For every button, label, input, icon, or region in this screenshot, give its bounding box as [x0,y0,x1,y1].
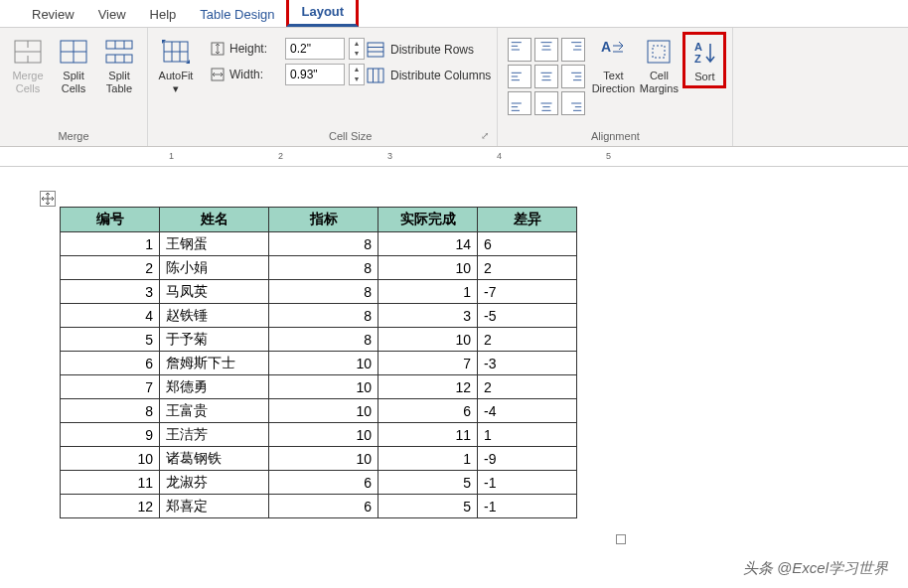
table-cell[interactable]: 8 [269,328,378,352]
table-cell[interactable]: 12 [378,375,478,399]
table-cell[interactable]: 3 [378,304,478,328]
table-cell[interactable]: 6 [378,399,478,423]
table-cell[interactable]: 10 [61,447,160,471]
table-cell[interactable]: -4 [478,399,577,423]
table-cell[interactable]: 7 [378,352,478,375]
table-header-row[interactable]: 编号 姓名 指标 实际完成 差异 [61,208,577,232]
distribute-columns-button[interactable]: Distribute Columns [367,68,491,83]
table-cell[interactable]: -7 [478,280,577,304]
data-table[interactable]: 编号 姓名 指标 实际完成 差异 1王钢蛋81462陈小娟81023马凤英81-… [60,207,577,518]
table-cell[interactable]: 9 [61,423,160,447]
merge-cells-button[interactable]: Merge Cells [6,32,50,99]
table-cell[interactable]: 诸葛钢铁 [160,447,269,471]
align-top-right[interactable] [561,38,585,62]
tab-view[interactable]: View [86,2,138,27]
table-move-handle[interactable] [40,191,56,207]
table-cell[interactable]: 1 [378,280,478,304]
tab-help[interactable]: Help [138,2,189,27]
table-cell[interactable]: -9 [478,447,577,471]
align-bottom-left[interactable] [508,91,531,115]
table-cell[interactable]: 王洁芳 [160,423,269,447]
table-cell[interactable]: 2 [61,256,160,280]
table-cell[interactable]: 11 [378,423,478,447]
table-cell[interactable]: 陈小娟 [160,256,269,280]
table-cell[interactable]: 8 [61,399,160,423]
table-cell[interactable]: 14 [378,232,478,256]
align-top-center[interactable] [534,38,558,62]
table-cell[interactable]: 10 [269,423,378,447]
table-cell[interactable]: 7 [61,375,160,399]
table-row[interactable]: 4赵铁锤83-5 [61,304,577,328]
tab-table-design[interactable]: Table Design [188,2,286,27]
table-cell[interactable]: 8 [269,256,378,280]
table-cell[interactable]: 詹姆斯下士 [160,352,269,375]
table-cell[interactable]: 王钢蛋 [160,232,269,256]
table-cell[interactable]: 5 [378,471,478,495]
table-resize-handle[interactable] [616,534,626,544]
table-cell[interactable]: 1 [378,447,478,471]
table-cell[interactable]: 龙淑芬 [160,471,269,495]
table-cell[interactable]: 2 [478,328,577,352]
table-cell[interactable]: 2 [478,256,577,280]
table-cell[interactable]: -1 [478,471,577,495]
table-cell[interactable]: 王富贵 [160,399,269,423]
table-row[interactable]: 6詹姆斯下士107-3 [61,352,577,375]
table-cell[interactable]: 6 [61,352,160,375]
align-top-left[interactable] [508,38,531,62]
table-row[interactable]: 1王钢蛋8146 [61,232,577,256]
table-row[interactable]: 12郑喜定65-1 [61,495,577,518]
distribute-rows-button[interactable]: Distribute Rows [367,42,491,58]
horizontal-ruler[interactable]: 1 2 3 4 5 [0,147,908,167]
align-middle-center[interactable] [534,65,558,88]
table-cell[interactable]: 郑喜定 [160,495,269,518]
table-cell[interactable]: 1 [61,232,160,256]
table-cell[interactable]: 1 [478,423,577,447]
table-row[interactable]: 11龙淑芬65-1 [61,471,577,495]
sort-button[interactable]: AZ Sort [682,32,726,88]
table-cell[interactable]: 8 [269,232,378,256]
width-spinner[interactable]: ▲▼ [349,64,365,85]
table-cell[interactable]: 4 [61,304,160,328]
document-area[interactable]: 编号 姓名 指标 实际完成 差异 1王钢蛋81462陈小娟81023马凤英81-… [0,167,908,588]
table-row[interactable]: 8王富贵106-4 [61,399,577,423]
table-row[interactable]: 3马凤英81-7 [61,280,577,304]
table-cell[interactable]: 10 [378,328,478,352]
tab-review[interactable]: Review [20,2,86,27]
align-middle-right[interactable] [561,65,585,88]
table-cell[interactable]: -3 [478,352,577,375]
table-cell[interactable]: 6 [269,471,378,495]
table-cell[interactable]: 10 [269,447,378,471]
cell-size-launcher[interactable]: ⤢ [481,130,489,141]
height-input[interactable] [285,38,345,60]
table-cell[interactable]: 10 [269,352,378,375]
cell-margins-button[interactable]: Cell Margins [637,32,681,99]
table-cell[interactable]: 6 [478,232,577,256]
table-cell[interactable]: -5 [478,304,577,328]
height-spinner[interactable]: ▲▼ [349,38,365,60]
width-input[interactable] [285,64,345,85]
table-cell[interactable]: 3 [61,280,160,304]
table-cell[interactable]: 8 [269,304,378,328]
table-cell[interactable]: 10 [269,375,378,399]
table-cell[interactable]: 赵铁锤 [160,304,269,328]
align-bottom-center[interactable] [534,91,558,115]
table-cell[interactable]: 12 [61,495,160,518]
table-cell[interactable]: 马凤英 [160,280,269,304]
tab-layout[interactable]: Layout [286,0,359,27]
split-table-button[interactable]: Split Table [97,32,141,99]
table-cell[interactable]: 2 [478,375,577,399]
table-cell[interactable]: 11 [61,471,160,495]
autofit-button[interactable]: AutoFit▾ [154,32,198,99]
text-direction-button[interactable]: A Text Direction [591,32,635,99]
table-cell[interactable]: 于予菊 [160,328,269,352]
table-cell[interactable]: 郑德勇 [160,375,269,399]
table-cell[interactable]: 10 [378,256,478,280]
table-cell[interactable]: 8 [269,280,378,304]
table-cell[interactable]: 5 [378,495,478,518]
table-cell[interactable]: 6 [269,495,378,518]
table-row[interactable]: 5于予菊8102 [61,328,577,352]
table-cell[interactable]: -1 [478,495,577,518]
split-cells-button[interactable]: Split Cells [52,32,95,99]
table-cell[interactable]: 5 [61,328,160,352]
table-cell[interactable]: 10 [269,399,378,423]
